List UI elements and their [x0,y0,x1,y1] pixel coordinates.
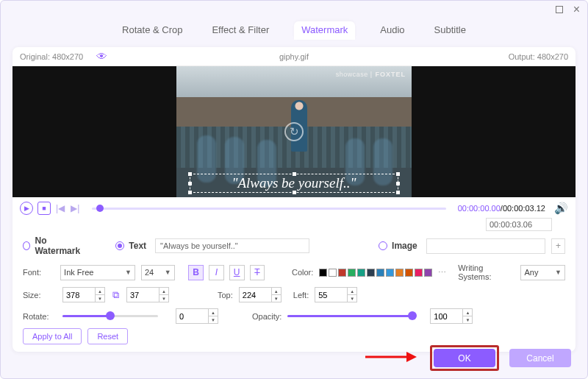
writing-systems-select[interactable]: Any▼ [520,265,565,280]
preview-toggle-icon[interactable]: 👁 [96,50,107,63]
playhead[interactable] [96,205,104,212]
color-swatch[interactable] [415,269,423,277]
color-label: Color: [292,268,313,277]
height-stepper[interactable]: ▲▼ [126,287,169,302]
color-swatch[interactable] [405,269,413,277]
bold-button[interactable]: B [188,265,204,280]
color-swatch[interactable] [338,269,346,277]
add-image-button[interactable]: + [551,238,565,254]
next-frame-button[interactable]: ▶| [70,203,80,213]
width-stepper[interactable]: ▲▼ [62,287,105,302]
color-swatch[interactable] [319,269,327,277]
opacity-slider[interactable] [287,315,412,317]
tabs: Rotate & Crop Effect & Filter Watermark … [1,18,587,47]
rotate-stepper[interactable]: ▲▼ [176,308,218,324]
info-bar: Original: 480x270 👁 giphy.gif Output: 48… [12,47,576,66]
tab-audio[interactable]: Audio [376,21,409,40]
watermark-options: No Watermark Text Image + [12,231,576,261]
left-stepper[interactable]: ▲▼ [315,287,357,302]
watermark-image-field[interactable] [426,238,545,254]
maximize-icon[interactable] [556,4,563,15]
opacity-stepper[interactable]: ▲▼ [430,308,473,324]
apply-all-button[interactable]: Apply to All [23,328,82,344]
video-preview[interactable]: showcase |FOXTEL ↻ "Always be yourself..… [12,66,576,197]
tab-rotate-crop[interactable]: Rotate & Crop [118,21,187,40]
tab-watermark[interactable]: Watermark [294,21,355,40]
reset-button[interactable]: Reset [87,328,128,344]
top-stepper[interactable]: ▲▼ [239,287,282,302]
tab-effect-filter[interactable]: Effect & Filter [207,21,273,40]
rotate-slider[interactable] [62,315,158,317]
watermark-text-input[interactable] [155,238,309,253]
player-controls: ▶ ■ |◀ ▶| 00:00:00.00/00:00:03.12 🔊 [12,197,576,219]
close-icon[interactable]: × [573,3,580,16]
font-label: Font: [23,268,54,277]
watermark-text: "Always be yourself.." [232,175,356,191]
color-swatch[interactable] [376,269,384,277]
cancel-button[interactable]: Cancel [509,349,571,367]
play-button[interactable]: ▶ [20,202,33,215]
file-name: giphy.gif [279,52,309,61]
strike-button[interactable]: T [250,265,265,280]
color-swatch[interactable] [367,269,375,277]
writing-systems-label: Writing Systems: [458,263,514,281]
color-swatch[interactable] [386,269,394,277]
left-label: Left: [293,291,309,300]
main-panel: Original: 480x270 👁 giphy.gif Output: 48… [12,47,576,352]
radio-text-watermark[interactable]: Text [115,241,146,251]
color-swatch[interactable] [395,269,404,277]
output-dimensions: Output: 480x270 [509,52,568,61]
title-bar: × [1,1,587,18]
refresh-icon[interactable]: ↻ [284,122,304,141]
watermark-overlay[interactable]: "Always be yourself.." [190,174,398,193]
volume-icon[interactable]: 🔊 [554,202,568,215]
footer-buttons: OK Cancel [430,345,571,371]
opacity-label: Opacity: [252,312,282,321]
radio-no-watermark[interactable]: No Watermark [23,235,85,256]
app-window: × Rotate & Crop Effect & Filter Watermar… [0,0,588,379]
color-swatch[interactable] [357,269,365,277]
duration-input[interactable] [486,218,552,231]
timecode: 00:00:00.00/00:00:03.12 [458,204,545,213]
radio-image-watermark[interactable]: Image [379,241,417,251]
more-colors-icon[interactable]: ⋯ [438,268,446,277]
color-swatches [319,269,432,277]
size-label: Size: [23,291,57,300]
color-swatch[interactable] [329,269,337,277]
top-label: Top: [218,291,233,300]
annotation-arrow-icon [364,349,418,365]
color-swatch[interactable] [424,269,432,277]
link-aspect-icon[interactable]: ⧉ [112,289,119,301]
timeline-slider[interactable] [92,208,445,210]
underline-button[interactable]: U [229,265,245,280]
color-swatch[interactable] [348,269,356,277]
video-frame: showcase |FOXTEL ↻ "Always be yourself..… [176,66,412,197]
stop-button[interactable]: ■ [37,202,51,215]
svg-marker-1 [406,352,417,362]
ok-highlight: OK [430,345,499,371]
duration-box [12,218,576,231]
tab-subtitle[interactable]: Subtitle [430,21,470,40]
font-family-select[interactable]: Ink Free▼ [60,265,135,280]
prev-frame-button[interactable]: |◀ [55,203,65,213]
original-dimensions: Original: 480x270 [20,52,83,61]
brand-overlay: showcase |FOXTEL [336,71,406,78]
italic-button[interactable]: I [209,265,224,280]
font-size-select[interactable]: 24▼ [141,265,175,280]
text-controls: Font: Ink Free▼ 24▼ B I U T Color: ⋯ Wri… [12,261,576,327]
ok-button[interactable]: OK [434,349,495,367]
rotate-label: Rotate: [23,312,57,321]
